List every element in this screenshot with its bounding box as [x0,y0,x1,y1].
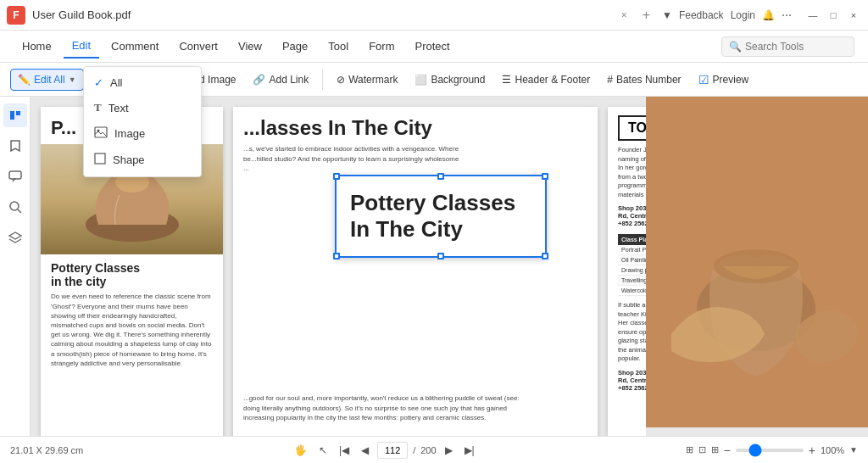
handle-tm[interactable] [437,173,444,180]
check-icon: ✓ [94,76,103,89]
menu-home[interactable]: Home [14,35,60,58]
link-icon: 🔗 [253,74,265,86]
zoom-dropdown-arrow[interactable]: ▼ [849,445,858,455]
bates-icon: # [607,74,613,86]
menu-page[interactable]: Page [274,35,316,58]
dropdown-image[interactable]: Image [84,120,201,147]
window-controls: — □ × [805,8,861,23]
toki-logo: TOKISTUDIO [618,115,646,141]
menu-comment[interactable]: Comment [103,35,167,58]
last-page-button[interactable]: ▶| [461,443,478,458]
chevron-down-icon: ▼ [69,75,76,84]
image-type-icon [94,126,108,141]
svg-line-4 [18,209,21,213]
feedback-button[interactable]: Feedback [679,9,724,21]
dropdown-shape-label: Shape [113,153,145,166]
main-body-bottom: ...good for our soul and, more important… [233,387,530,429]
status-bar: 21.01 X 29.69 cm 🖐️ ↖ |◀ ◀ / 200 ▶ ▶| ⊞ … [0,436,868,463]
sidebar-icon-comment[interactable] [3,165,27,188]
more-options-icon[interactable]: ⋯ [782,9,792,21]
notification-icon[interactable]: 🔔 [762,9,775,21]
maximize-button[interactable]: □ [826,8,841,23]
sidebar-icon-bookmark[interactable] [3,134,27,158]
table-row: Watercolour6:15pm - 7:45pm$1,740 [618,286,646,296]
dropdown-text-label: Text [108,102,129,114]
notification-dropdown[interactable]: ▼ [662,9,672,21]
tool-mode-button[interactable]: 🖐️ [291,443,310,458]
menu-tool[interactable]: Tool [320,35,357,58]
watermark-button[interactable]: ⊘ Watermark [330,70,404,90]
close-tab-button[interactable]: × [618,8,631,23]
preview-checkbox[interactable]: ☑ [698,73,709,86]
status-bar-right: ⊞ ⊡ ⊞ − + 100% ▼ [686,443,858,457]
menu-protect[interactable]: Protect [407,35,459,58]
dropdown-text[interactable]: T Text [84,95,201,120]
search-icon: 🔍 [729,41,742,53]
selected-text-block[interactable]: Pottery ClassesIn The City [335,175,547,258]
photo-panel [646,97,868,436]
menu-convert[interactable]: Convert [170,35,226,58]
title-bar: F User Guild Book.pdf × + ▼ Feedback Log… [0,0,868,31]
dropdown-all-label: All [110,76,122,89]
menu-edit[interactable]: Edit [64,34,99,59]
prev-page-button[interactable]: ◀ [358,443,372,458]
watermark-icon: ⊘ [337,74,345,86]
search-box[interactable]: 🔍 [721,36,854,57]
zoom-slider[interactable] [736,449,804,452]
dropdown-menu: ✓ All T Text Image Shape [83,66,202,177]
main-title: ...lasses In The City [233,107,598,144]
text-type-icon: T [94,101,102,114]
left-sidebar [0,97,31,436]
zoom-in-button[interactable]: + [809,443,815,457]
menu-view[interactable]: View [230,35,270,58]
left-section-title: Pottery Classesin the city [41,254,223,292]
bates-number-button[interactable]: # Bates Number [600,70,687,90]
fit-width-icon[interactable]: ⊞ [686,444,693,455]
handle-br[interactable] [542,253,548,259]
table-header-class: Class Planning [618,234,646,245]
new-tab-button[interactable]: + [637,6,655,25]
preview-button[interactable]: ☑ Preview [692,69,756,91]
header-footer-icon: ☰ [502,74,511,86]
background-button[interactable]: ⬜ Background [408,70,492,90]
sidebar-icon-layers[interactable] [3,226,27,249]
current-page-input[interactable] [377,442,408,459]
view-mode-icon[interactable]: ⊞ [711,444,719,455]
add-link-button[interactable]: 🔗 Add Link [246,70,315,90]
sidebar-icon-nav[interactable] [3,103,27,127]
class-table: Class Planning TIMES Course Fee Portrait… [618,234,646,296]
close-window-button[interactable]: × [846,8,861,23]
toki-address2: Shop 203, 2/F, Block 3 Barrack Block, Ta… [608,364,646,395]
cursor-button[interactable]: ↖ [315,443,331,458]
title-bar-actions: ▼ Feedback Login 🔔 ⋯ [662,9,792,21]
dropdown-shape[interactable]: Shape [84,147,201,173]
menu-form[interactable]: Form [360,35,403,58]
edit-all-button[interactable]: ✏️ Edit All ▼ [10,69,84,91]
handle-tr[interactable] [542,173,548,180]
menu-bar: Home Edit Comment Convert View Page Tool… [0,31,868,63]
page-separator: / [413,445,415,455]
svg-rect-0 [10,111,14,120]
first-page-button[interactable]: |◀ [336,443,353,458]
handle-bm[interactable] [437,253,444,259]
search-input[interactable] [745,41,847,53]
next-page-button[interactable]: ▶ [442,443,456,458]
svg-rect-1 [16,111,20,115]
app-logo: F [7,6,25,25]
fit-page-icon[interactable]: ⊡ [698,444,706,455]
dropdown-all[interactable]: ✓ All [84,70,201,95]
header-footer-button[interactable]: ☰ Header & Footer [495,70,597,90]
divider-2 [322,70,323,90]
svg-point-3 [10,202,19,210]
dropdown-image-label: Image [114,127,145,140]
minimize-button[interactable]: — [805,8,821,23]
sidebar-icon-search[interactable] [3,195,27,219]
zoom-out-button[interactable]: − [724,443,731,457]
toki-address: Shop 203, 2/F, Block 3 Barrack Block, Ta… [608,199,646,231]
handle-bl[interactable] [333,253,340,259]
pdf-page-main: ...lasses In The City ...s, we've starte… [233,107,598,436]
edit-icon: ✏️ [18,74,31,86]
handle-tl[interactable] [333,173,340,180]
login-button[interactable]: Login [731,9,755,21]
selected-title: Pottery ClassesIn The City [350,190,531,243]
